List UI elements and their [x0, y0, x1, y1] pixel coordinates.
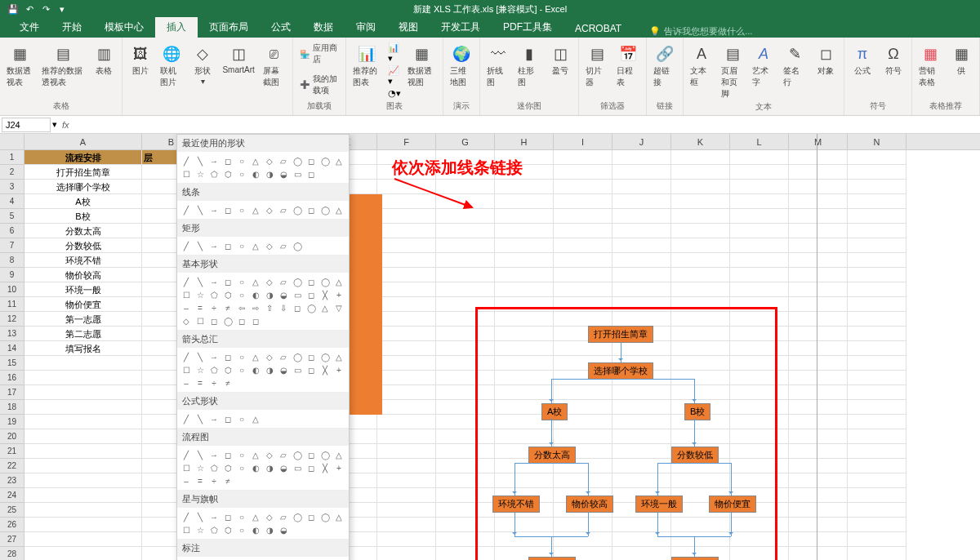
col-header[interactable]: N — [848, 134, 906, 149]
shape-item[interactable]: ▱ — [278, 240, 289, 251]
cell[interactable] — [671, 180, 730, 194]
flowchart-node[interactable]: 第一志愿 — [528, 557, 576, 560]
cell[interactable] — [789, 444, 848, 459]
cell[interactable] — [848, 238, 906, 253]
cell[interactable] — [612, 150, 671, 165]
shape-item[interactable]: ◻ — [305, 511, 317, 522]
symbol-button[interactable]: Ω符号 — [879, 41, 908, 78]
shape-item[interactable]: ⇨ — [250, 302, 261, 313]
cell[interactable] — [789, 400, 848, 415]
cell[interactable] — [789, 385, 848, 400]
row-header[interactable]: 3 — [0, 180, 24, 194]
shape-item[interactable]: ☐ — [180, 289, 192, 300]
cell[interactable] — [24, 429, 142, 444]
shape-item[interactable]: → — [208, 413, 220, 424]
shape-item[interactable]: ╱ — [180, 449, 192, 460]
shape-item[interactable]: ╱ — [180, 351, 192, 362]
row-header[interactable]: 15 — [0, 356, 24, 371]
shape-item[interactable]: + — [333, 364, 345, 376]
tab-developer[interactable]: 开发工具 — [430, 17, 492, 38]
cell[interactable] — [789, 224, 848, 238]
shape-item[interactable]: ◐ — [250, 524, 261, 536]
cell[interactable] — [848, 327, 906, 341]
shape-item[interactable]: ⇩ — [278, 302, 289, 313]
shape-item[interactable]: ◯ — [319, 449, 331, 460]
cell[interactable] — [377, 238, 436, 253]
shape-item[interactable]: ▭ — [292, 168, 303, 180]
cell[interactable] — [789, 312, 848, 327]
tab-insert[interactable]: 插入 — [155, 17, 198, 38]
shape-item[interactable]: ◻ — [292, 302, 303, 313]
shape-item[interactable]: ⬡ — [222, 168, 234, 180]
cell[interactable] — [495, 268, 554, 282]
shape-item[interactable]: ▽ — [333, 302, 345, 313]
cell[interactable] — [612, 268, 671, 282]
shape-item[interactable]: ◯ — [292, 449, 303, 460]
shape-item[interactable]: ≠ — [222, 377, 234, 389]
row-header[interactable]: 5 — [0, 209, 24, 224]
cell[interactable]: B校 — [24, 209, 142, 224]
cell[interactable] — [377, 312, 436, 327]
cell[interactable] — [554, 253, 612, 268]
cell[interactable] — [789, 165, 848, 180]
row-header[interactable]: 17 — [0, 385, 24, 400]
shape-item[interactable]: △ — [250, 155, 261, 167]
cell[interactable] — [612, 282, 671, 297]
shape-item[interactable]: ◑ — [264, 364, 275, 376]
shape-item[interactable]: ◻ — [305, 351, 317, 362]
cell[interactable] — [24, 415, 142, 429]
shape-item[interactable]: △ — [250, 276, 261, 287]
shape-item[interactable]: ◯ — [292, 155, 303, 167]
shape-item[interactable]: ◇ — [180, 315, 192, 327]
shape-item[interactable]: ◯ — [319, 276, 331, 287]
shape-item[interactable]: ◑ — [264, 524, 275, 536]
flowchart-node[interactable]: 第二志愿 — [671, 557, 719, 560]
cell[interactable] — [671, 165, 730, 180]
cell[interactable] — [554, 150, 612, 165]
flowchart-node[interactable]: 打开招生简章 — [588, 326, 653, 343]
flowchart-node[interactable]: B校 — [684, 403, 710, 420]
flowchart-node[interactable]: 物价较高 — [566, 496, 613, 513]
shape-item[interactable]: ▭ — [292, 289, 303, 300]
cell[interactable] — [789, 356, 848, 371]
row-header[interactable]: 11 — [0, 297, 24, 312]
shape-item[interactable]: ☆ — [194, 289, 206, 300]
row-header[interactable]: 4 — [0, 194, 24, 209]
shape-item[interactable]: ◒ — [278, 364, 289, 376]
shape-item[interactable]: ╱ — [180, 276, 192, 287]
shape-item[interactable]: ÷ — [208, 377, 220, 389]
cell[interactable] — [495, 209, 554, 224]
pivot-chart-button[interactable]: ▦数据透视图 — [404, 41, 439, 90]
shape-item[interactable]: ○ — [236, 351, 247, 362]
cell[interactable] — [24, 385, 142, 400]
shape-item[interactable]: ◯ — [305, 302, 317, 313]
cell[interactable] — [671, 194, 730, 209]
cell[interactable] — [848, 312, 906, 327]
shape-item[interactable]: ◇ — [264, 155, 275, 167]
cell[interactable] — [377, 518, 436, 532]
shape-item[interactable]: ◻ — [222, 511, 234, 522]
cell[interactable] — [436, 180, 495, 194]
row-header[interactable]: 23 — [0, 473, 24, 488]
cell[interactable] — [24, 488, 142, 503]
col-header[interactable]: K — [671, 134, 730, 149]
row-header[interactable]: 24 — [0, 488, 24, 503]
row-header[interactable]: 10 — [0, 282, 24, 297]
cell[interactable] — [377, 356, 436, 371]
cell[interactable] — [377, 180, 436, 194]
row-header[interactable]: 21 — [0, 444, 24, 459]
row-header[interactable]: 14 — [0, 341, 24, 356]
cell[interactable] — [789, 341, 848, 356]
shape-item[interactable]: △ — [250, 413, 261, 424]
cell[interactable] — [789, 532, 848, 547]
shape-item[interactable]: ╳ — [319, 364, 331, 376]
cell[interactable] — [24, 400, 142, 415]
cell[interactable] — [554, 209, 612, 224]
cell[interactable]: 填写报名 — [24, 341, 142, 356]
cell[interactable] — [495, 194, 554, 209]
tab-file[interactable]: 文件 — [8, 17, 51, 38]
shape-item[interactable]: ○ — [236, 240, 247, 251]
flowchart-node[interactable]: 选择哪个学校 — [588, 362, 653, 380]
row-header[interactable]: 22 — [0, 459, 24, 473]
cell[interactable] — [24, 532, 142, 547]
